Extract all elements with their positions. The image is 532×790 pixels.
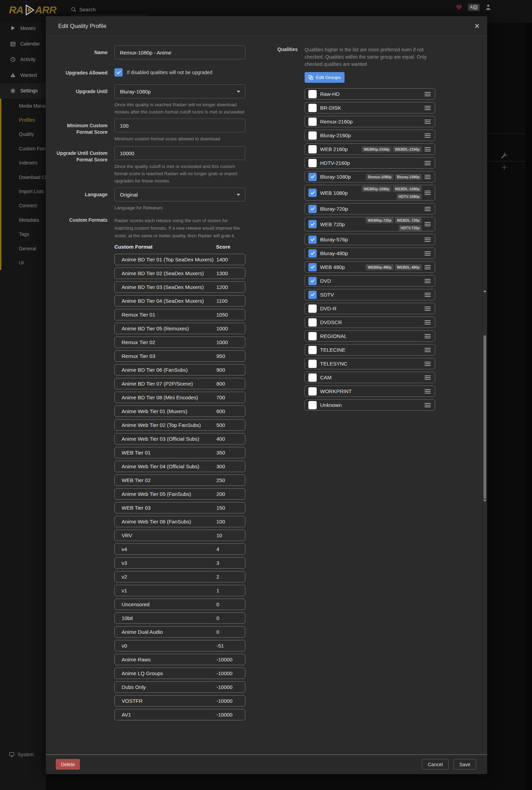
drag-handle-icon[interactable] [424,92,431,96]
language-select[interactable]: Original [114,188,245,201]
drag-handle-icon[interactable] [424,147,431,151]
sidebar-item-movies[interactable]: Movies [0,23,46,36]
background-divider [487,133,526,134]
custom-format-score: 1300 [216,270,228,276]
search-icon [71,7,76,12]
quality-checkbox[interactable] [308,373,317,382]
drag-handle-icon[interactable] [424,251,431,256]
drag-handle-icon[interactable] [424,389,431,393]
drag-handle-icon[interactable] [424,376,431,380]
save-button[interactable]: Save [453,759,476,770]
drag-handle-icon[interactable] [424,106,431,110]
drag-handle-icon[interactable] [424,403,431,407]
quality-checkbox[interactable] [308,277,317,285]
until-score-input[interactable]: 10000 [114,146,245,160]
quality-checkbox[interactable] [308,90,317,98]
quality-checkbox[interactable] [308,189,317,197]
sidebar-item-calendar[interactable]: Calendar [0,36,46,51]
quality-checkbox[interactable] [308,173,317,181]
user-icon[interactable] [485,4,491,11]
quality-checkbox[interactable] [308,291,317,299]
quality-checkbox[interactable] [308,159,317,167]
quality-checkbox[interactable] [308,205,317,213]
custom-format-score: 1400 [216,257,228,262]
quality-checkbox[interactable] [308,145,317,153]
sidebar-item-activity[interactable]: Activity [0,52,46,67]
sidebar-item-download-clients[interactable]: Download Clients [0,170,46,184]
drag-handle-icon[interactable] [424,207,431,211]
drag-handle-icon[interactable] [424,265,431,269]
drag-handle-icon[interactable] [424,293,431,297]
sidebar-item-profiles[interactable]: Profiles [0,113,46,127]
quality-name: Bluray-2160p [320,132,351,138]
quality-group-badge: WEBRip-1080p [362,186,392,192]
drag-handle-icon[interactable] [424,222,431,226]
drag-handle-icon[interactable] [424,175,431,179]
drag-handle-icon[interactable] [424,334,431,338]
drag-handle-icon[interactable] [424,191,431,195]
cancel-button[interactable]: Cancel [422,759,449,770]
quality-checkbox[interactable] [308,304,317,313]
translate-icon[interactable]: A [468,4,480,11]
sidebar-item-media-management[interactable]: Media Management [0,99,46,113]
sidebar-item-custom-formats[interactable]: Custom Formats [0,141,46,156]
sidebar-item-metadata[interactable]: Metadata [0,213,46,227]
scroll-down-arrow[interactable] [483,500,487,502]
upgrades-allowed-checkbox[interactable] [114,68,123,77]
quality-name: REGIONAL [320,333,347,339]
custom-format-name: 10bit [122,615,133,621]
upgrade-until-select[interactable]: Bluray-1080p [114,84,245,98]
drag-handle-icon[interactable] [424,161,431,165]
custom-format-name: WEB Tier 01 [122,450,151,456]
quality-checkbox[interactable] [308,401,317,409]
drag-handle-icon[interactable] [424,279,431,283]
sidebar-item-system[interactable]: System [0,748,46,761]
sidebar-item-settings[interactable]: Settings [0,83,46,99]
quality-group-badge: HDTV-720p [399,225,422,231]
search-input[interactable]: Search [71,4,149,15]
sidebar-item-connect[interactable]: Connect [0,199,46,213]
sidebar-item-import-lists[interactable]: Import Lists [0,184,46,198]
heart-icon[interactable] [456,4,462,10]
quality-checkbox[interactable] [308,332,317,340]
sidebar-item-general[interactable]: General [0,241,46,256]
min-score-input[interactable]: 100 [114,119,245,132]
drag-handle-icon[interactable] [424,348,431,352]
drag-handle-icon[interactable] [424,133,431,138]
quality-checkbox[interactable] [308,249,317,258]
quality-name: DVD-R [320,306,337,311]
edit-groups-button[interactable]: Edit Groups [305,72,345,83]
sidebar-item-wanted[interactable]: Wanted [0,67,46,83]
custom-format-name: AV1 [122,712,131,718]
wrench-icon[interactable] [500,152,508,161]
quality-checkbox[interactable] [308,346,317,354]
quality-checkbox[interactable] [308,263,317,271]
drag-handle-icon[interactable] [424,362,431,366]
quality-checkbox[interactable] [308,387,317,396]
close-icon[interactable]: × [474,21,480,31]
custom-format-row: Anime BD Tier 02 (SeaDex Muxers)1300 [114,268,245,279]
quality-checkbox[interactable] [308,318,317,327]
sidebar-item-tags[interactable]: Tags [0,227,46,241]
drag-handle-icon[interactable] [424,320,431,324]
warning-icon [10,72,16,78]
sidebar-item-indexers[interactable]: Indexers [0,156,46,170]
quality-checkbox[interactable] [308,131,317,140]
delete-button[interactable]: Delete [56,759,80,770]
drag-handle-icon[interactable] [424,307,431,311]
modal-scrollbar-thumb[interactable] [483,335,486,499]
scroll-up-arrow[interactable] [483,290,487,292]
quality-checkbox[interactable] [308,360,317,368]
quality-checkbox[interactable] [308,236,317,244]
custom-format-score: 1100 [216,298,227,304]
name-input[interactable]: Remux-1080p - Anime [114,46,245,59]
custom-format-score: 800 [216,381,225,387]
quality-checkbox[interactable] [308,220,317,228]
drag-handle-icon[interactable] [424,120,431,124]
sidebar-item-quality[interactable]: Quality [0,127,46,141]
quality-checkbox[interactable] [308,104,317,112]
sidebar-item-ui[interactable]: UI [0,256,46,270]
drag-handle-icon[interactable] [424,238,431,242]
add-profile-button[interactable]: + [502,162,507,173]
quality-checkbox[interactable] [308,118,317,126]
